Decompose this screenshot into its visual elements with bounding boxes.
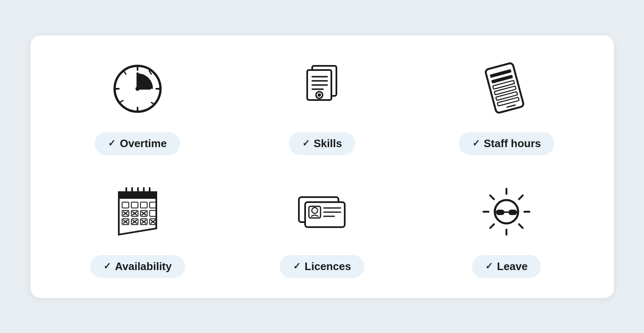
availability-label[interactable]: ✓ Availability bbox=[90, 255, 185, 278]
svg-point-19 bbox=[318, 93, 321, 97]
main-card: ✓ Overtime bbox=[30, 35, 614, 298]
svg-rect-33 bbox=[119, 192, 156, 199]
leave-label[interactable]: ✓ Leave bbox=[472, 255, 541, 278]
svg-rect-77 bbox=[509, 210, 517, 215]
staff-hours-icon bbox=[473, 55, 540, 122]
skills-label[interactable]: ✓ Skills bbox=[289, 132, 356, 155]
svg-line-72 bbox=[519, 224, 523, 228]
skills-text: Skills bbox=[314, 137, 342, 150]
svg-line-5 bbox=[124, 71, 126, 74]
availability-text: Availability bbox=[115, 260, 172, 273]
svg-line-74 bbox=[490, 224, 494, 228]
overtime-icon bbox=[104, 55, 171, 122]
skills-check: ✓ bbox=[302, 138, 310, 149]
staff-hours-check: ✓ bbox=[472, 138, 480, 149]
svg-line-71 bbox=[490, 195, 494, 199]
leave-icon bbox=[473, 178, 540, 245]
leave-text: Leave bbox=[497, 260, 528, 273]
availability-icon bbox=[104, 178, 171, 245]
licences-check: ✓ bbox=[293, 261, 301, 272]
licences-icon bbox=[288, 178, 355, 245]
svg-line-7 bbox=[120, 100, 123, 103]
svg-line-73 bbox=[519, 195, 523, 199]
staff-hours-text: Staff hours bbox=[484, 137, 541, 150]
feature-availability[interactable]: ✓ Availability bbox=[54, 178, 222, 278]
svg-rect-20 bbox=[485, 63, 524, 113]
feature-leave[interactable]: ✓ Leave bbox=[423, 178, 591, 278]
feature-licences[interactable]: ✓ Licences bbox=[238, 178, 406, 278]
leave-check: ✓ bbox=[485, 261, 493, 272]
feature-overtime[interactable]: ✓ Overtime bbox=[54, 55, 222, 155]
features-grid: ✓ Overtime bbox=[54, 55, 591, 278]
feature-skills[interactable]: ✓ Skills bbox=[238, 55, 406, 155]
svg-point-11 bbox=[135, 87, 140, 91]
staff-hours-label[interactable]: ✓ Staff hours bbox=[459, 132, 554, 155]
svg-rect-76 bbox=[496, 210, 504, 215]
licences-text: Licences bbox=[305, 260, 351, 273]
licences-label[interactable]: ✓ Licences bbox=[280, 255, 364, 278]
overtime-label[interactable]: ✓ Overtime bbox=[95, 132, 180, 155]
overtime-text: Overtime bbox=[120, 137, 167, 150]
skills-icon bbox=[288, 55, 355, 122]
overtime-check: ✓ bbox=[108, 138, 115, 149]
feature-staff-hours[interactable]: ✓ Staff hours bbox=[423, 55, 591, 155]
availability-check: ✓ bbox=[103, 261, 111, 272]
